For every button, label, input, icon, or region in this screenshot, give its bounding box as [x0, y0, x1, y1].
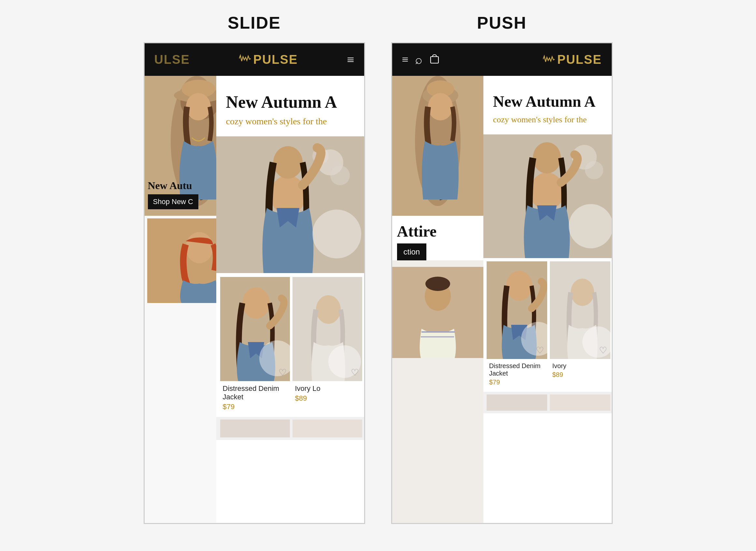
wave-icon — [239, 54, 251, 66]
slide-navbar-logo: PULSE — [239, 53, 298, 67]
push-product-2-name: Ivory — [550, 359, 610, 371]
slide-product-1-img: ♡ — [220, 277, 290, 381]
push-navbar: ≡ ⌕ PULSE — [392, 43, 612, 76]
slide-phone: ULSE PULSE ≡ — [144, 42, 365, 524]
push-product-1-img: ♡ — [487, 261, 547, 359]
push-logo-text: PULSE — [557, 53, 602, 67]
push-content-area: Attire ction — [392, 76, 612, 524]
push-navbar-icons: ≡ ⌕ — [402, 52, 440, 67]
slide-product-2: ♡ Ivory Lo $89 — [292, 277, 362, 414]
svg-point-10 — [330, 166, 350, 185]
svg-point-35 — [569, 204, 612, 248]
main-container: SLIDE ULSE PULSE ≡ — [20, 13, 736, 524]
push-left-man — [392, 267, 483, 358]
svg-point-5 — [186, 93, 211, 120]
slide-title: SLIDE — [228, 13, 281, 33]
push-drawer-subtitle: cozy women's styles for the — [493, 115, 604, 125]
push-wave-icon — [543, 53, 555, 67]
push-left-hero — [392, 76, 483, 216]
svg-point-40 — [571, 279, 594, 306]
slide-hamburger-icon[interactable]: ≡ — [347, 52, 354, 67]
slide-products-row: ♡ Distressed Denim Jacket $79 — [216, 273, 364, 414]
slide-drawer: New Autumn A cozy women's styles for the — [216, 76, 364, 524]
svg-point-33 — [530, 172, 564, 210]
push-title: PUSH — [477, 13, 526, 33]
push-bottom-strips — [483, 392, 612, 413]
svg-point-26 — [428, 93, 453, 120]
push-left-reveal: Attire ction — [392, 76, 483, 524]
push-products-row: ♡ Distressed Denim Jacket $79 — [483, 258, 612, 389]
push-product-2-price: $89 — [550, 371, 610, 382]
push-attire-title: Attire — [397, 222, 479, 240]
slide-section: SLIDE ULSE PULSE ≡ — [144, 13, 365, 524]
push-product-1-price: $79 — [487, 379, 547, 389]
slide-logo-text: PULSE — [253, 53, 298, 67]
svg-point-13 — [273, 146, 303, 179]
slide-product-1: ♡ Distressed Denim Jacket $79 — [220, 277, 290, 414]
slide-drawer-subtitle: cozy women's styles for the — [226, 116, 356, 127]
push-product-1-name: Distressed Denim Jacket — [487, 359, 547, 379]
push-main-page: New Autumn A cozy women's styles for the — [483, 76, 612, 524]
slide-product-2-price: $89 — [292, 394, 362, 406]
push-attire-text: Attire ction — [392, 216, 483, 260]
push-bag-icon[interactable] — [429, 53, 440, 66]
slide-navbar: ULSE PULSE ≡ — [145, 43, 364, 76]
svg-point-29 — [425, 277, 450, 291]
svg-point-14 — [312, 209, 361, 258]
slide-product-1-heart[interactable]: ♡ — [278, 367, 287, 378]
svg-rect-21 — [431, 57, 439, 63]
push-product-1: ♡ Distressed Denim Jacket $79 — [487, 261, 547, 389]
slide-product-2-heart[interactable]: ♡ — [351, 367, 359, 378]
push-product-1-heart[interactable]: ♡ — [536, 345, 544, 356]
slide-product-1-price: $79 — [220, 403, 290, 414]
push-phone: ≡ ⌕ PULSE — [391, 42, 613, 524]
slide-content-area: New Autu Shop New C — [145, 76, 364, 524]
slide-hero-image — [216, 136, 364, 273]
slide-product-2-name: Ivory Lo — [292, 381, 362, 394]
slide-drawer-title: New Autumn A — [226, 92, 356, 112]
push-section: PUSH ≡ ⌕ — [391, 13, 613, 524]
slide-product-2-img: ♡ — [292, 277, 362, 381]
slide-bg-shop-btn[interactable]: Shop New C — [148, 194, 199, 209]
svg-point-34 — [533, 142, 561, 173]
svg-point-7 — [186, 232, 213, 263]
push-collection-btn[interactable]: ction — [397, 243, 427, 260]
push-hamburger-icon[interactable]: ≡ — [402, 53, 409, 66]
push-drawer-title: New Autumn A — [493, 92, 604, 111]
slide-product-1-name: Distressed Denim Jacket — [220, 381, 290, 403]
slide-old-logo: ULSE — [155, 53, 190, 67]
push-search-icon[interactable]: ⌕ — [415, 52, 423, 67]
slide-bottom-strips — [216, 417, 364, 440]
svg-point-19 — [316, 295, 341, 324]
svg-point-37 — [506, 271, 532, 301]
push-product-2-img: ♡ — [550, 261, 610, 359]
svg-point-16 — [242, 288, 270, 319]
push-product-2-heart[interactable]: ♡ — [599, 345, 607, 356]
slide-drawer-hero: New Autumn A cozy women's styles for the — [216, 76, 364, 136]
push-drawer-hero: New Autumn A cozy women's styles for the — [483, 76, 612, 134]
push-navbar-logo: PULSE — [543, 53, 602, 67]
slide-bg-overlay: New Autu Shop New C — [148, 180, 199, 209]
svg-point-32 — [585, 161, 603, 179]
slide-bg-title: New Autu — [148, 180, 199, 192]
push-hero-image — [483, 134, 612, 258]
push-product-2: ♡ Ivory $89 — [550, 261, 610, 389]
